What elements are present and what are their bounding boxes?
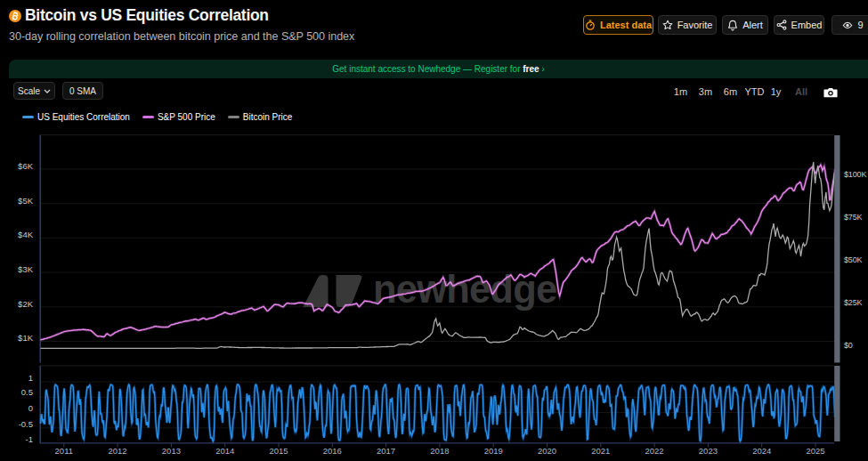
svg-text:$4K: $4K: [18, 230, 34, 239]
svg-text:$2K: $2K: [18, 299, 34, 309]
svg-text:2021: 2021: [591, 446, 610, 456]
svg-text:$6K: $6K: [18, 161, 34, 171]
svg-text:$25K: $25K: [844, 298, 863, 307]
svg-text:1: 1: [28, 373, 33, 383]
svg-text:2022: 2022: [645, 446, 664, 456]
svg-text:2020: 2020: [538, 446, 556, 456]
svg-text:2018: 2018: [430, 446, 449, 456]
svg-text:2013: 2013: [162, 446, 181, 456]
svg-text:2019: 2019: [484, 446, 503, 456]
svg-text:$1K: $1K: [18, 333, 34, 343]
svg-text:2014: 2014: [215, 446, 234, 456]
svg-text:2024: 2024: [752, 446, 771, 456]
svg-text:0.5: 0.5: [21, 387, 33, 397]
svg-text:$5K: $5K: [18, 196, 34, 206]
svg-text:$3K: $3K: [18, 264, 34, 274]
svg-text:0: 0: [28, 403, 33, 413]
svg-text:2016: 2016: [323, 446, 342, 456]
svg-text:$50K: $50K: [844, 255, 863, 264]
svg-text:2012: 2012: [109, 446, 127, 456]
svg-text:$100K: $100K: [844, 170, 866, 179]
svg-text:$0: $0: [844, 341, 853, 350]
svg-text:2025: 2025: [806, 446, 824, 456]
svg-text:2011: 2011: [55, 446, 73, 456]
svg-text:-1: -1: [26, 434, 33, 444]
svg-text:-0.5: -0.5: [19, 419, 33, 429]
svg-text:$75K: $75K: [844, 213, 863, 222]
svg-text:2015: 2015: [269, 446, 288, 456]
svg-text:2023: 2023: [699, 446, 718, 456]
svg-text:2017: 2017: [377, 446, 395, 456]
